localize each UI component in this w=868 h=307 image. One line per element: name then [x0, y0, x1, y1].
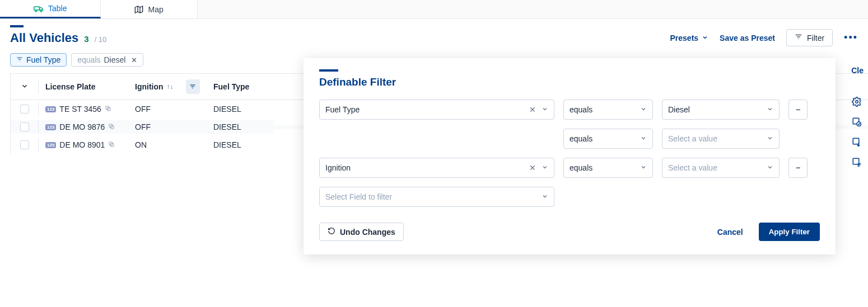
chevron-down-icon: [702, 34, 708, 42]
tab-map[interactable]: Map: [101, 0, 197, 18]
title-accent: [10, 25, 24, 27]
filter-icon: [795, 33, 802, 42]
copy-icon[interactable]: [108, 122, 115, 131]
filter-label: Filter: [807, 34, 824, 42]
filter-button[interactable]: Filter: [786, 29, 833, 46]
col-ignition-label: Ignition: [135, 82, 164, 91]
remove-row-button[interactable]: −: [788, 100, 808, 120]
close-icon[interactable]: ✕: [131, 56, 137, 64]
operator-value: equals: [570, 134, 592, 143]
cell-ignition: OFF: [128, 102, 207, 116]
operator-value: equals: [570, 105, 592, 114]
col-license[interactable]: License Plate: [39, 80, 128, 93]
cell-fuel: DIESEL: [207, 138, 274, 152]
cell-fuel: DIESEL: [207, 120, 274, 134]
chevron-down-icon: [767, 163, 773, 172]
filter-row: Ignition ✕ equals Select a value −: [319, 158, 820, 178]
undo-button[interactable]: Undo Changes: [319, 223, 404, 241]
icon-rail: [851, 96, 862, 168]
field-select[interactable]: Fuel Type ✕: [319, 100, 554, 120]
col-fuel[interactable]: Fuel Type: [207, 80, 274, 93]
minus-icon: −: [796, 105, 800, 114]
chevron-down-icon: [542, 105, 548, 114]
save-preset-label: Save as Preset: [720, 34, 775, 42]
svg-point-1: [35, 10, 37, 12]
tab-table-label: Table: [48, 4, 67, 13]
presets-dropdown[interactable]: Presets: [670, 34, 709, 42]
cell-plate: TE ST 3456: [59, 105, 101, 114]
page-title: All Vehicles: [10, 31, 78, 45]
undo-icon: [328, 227, 335, 237]
chip-equals-prefix: equals: [77, 55, 100, 64]
chevron-down-icon: [640, 105, 647, 114]
value-select[interactable]: Diesel: [662, 100, 780, 120]
panel-title: Definable Filter: [319, 76, 820, 88]
cancel-link[interactable]: Cancel: [717, 228, 743, 237]
save-filter-icon[interactable]: [851, 116, 862, 127]
presets-label: Presets: [670, 34, 699, 42]
value-placeholder: Select a value: [668, 163, 717, 172]
row-checkbox[interactable]: [20, 105, 29, 114]
gear-icon[interactable]: [851, 96, 862, 107]
save-sort-icon[interactable]: [851, 136, 862, 148]
map-icon: [134, 5, 143, 14]
operator-value: equals: [570, 163, 592, 172]
chip-equals-diesel[interactable]: equals Diesel ✕: [71, 53, 143, 67]
svg-point-2: [40, 10, 42, 12]
more-menu[interactable]: •••: [844, 32, 858, 44]
field-select[interactable]: Ignition ✕: [319, 158, 554, 178]
chevron-down-icon: [640, 163, 647, 172]
panel-accent: [319, 69, 338, 72]
field-value: Fuel Type: [325, 105, 360, 114]
cell-fuel: DIESEL: [207, 102, 274, 116]
tab-table[interactable]: Table: [0, 0, 101, 18]
apply-button[interactable]: Apply Filter: [759, 223, 820, 241]
filter-panel: Definable Filter Fuel Type ✕ equals Dies…: [304, 58, 836, 254]
value-placeholder: Select a value: [668, 134, 717, 143]
operator-select[interactable]: equals: [563, 129, 653, 149]
cell-ignition: ON: [128, 138, 207, 152]
tab-map-label: Map: [148, 5, 163, 14]
svg-rect-0: [34, 7, 40, 10]
value-select[interactable]: Select a value: [662, 129, 780, 149]
col-ignition[interactable]: Ignition ↑↓: [128, 77, 207, 96]
plate-badge-icon: 123: [45, 142, 56, 148]
clear-icon[interactable]: ✕: [529, 105, 536, 114]
dots-icon: •••: [844, 32, 858, 43]
chevron-down-icon: [767, 105, 773, 114]
field-select-new[interactable]: Select Field to filter: [319, 187, 554, 207]
filter-row: Fuel Type ✕ equals Diesel −: [319, 100, 820, 120]
svg-rect-24: [853, 138, 859, 144]
operator-select[interactable]: equals: [563, 100, 653, 120]
save-preset-link[interactable]: Save as Preset: [720, 34, 775, 42]
column-filter-icon[interactable]: [186, 79, 200, 94]
row-checkbox[interactable]: [20, 140, 29, 149]
cell-ignition: OFF: [128, 120, 207, 134]
plate-badge-icon: 123: [45, 106, 56, 112]
value-select[interactable]: Select a value: [662, 158, 780, 178]
copy-icon[interactable]: [105, 105, 111, 114]
chip-fuel-type-label: Fuel Type: [26, 55, 60, 64]
copy-icon[interactable]: [108, 140, 115, 149]
field-value: Ignition: [325, 163, 351, 172]
plate-badge-icon: 123: [45, 124, 56, 130]
result-total: / 10: [95, 35, 107, 44]
remove-row-button[interactable]: −: [788, 158, 808, 178]
undo-label: Undo Changes: [340, 228, 395, 237]
value-value: Diesel: [668, 105, 690, 114]
row-checkbox[interactable]: [20, 122, 29, 131]
save-layout-icon[interactable]: [851, 157, 862, 168]
chip-fuel-type[interactable]: Fuel Type: [10, 53, 67, 67]
clear-icon[interactable]: ✕: [529, 163, 536, 172]
chevron-down-icon: [767, 134, 773, 143]
filter-row: equals Select a value: [319, 129, 820, 149]
view-tabs: Table Map: [0, 0, 868, 19]
filter-icon: [16, 55, 23, 64]
field-placeholder: Select Field to filter: [325, 192, 392, 201]
clear-link[interactable]: Cle: [851, 66, 864, 75]
operator-select[interactable]: equals: [563, 158, 653, 178]
chevron-down-icon[interactable]: [21, 82, 29, 92]
svg-point-21: [856, 101, 858, 103]
chevron-down-icon: [542, 163, 548, 172]
result-count: 3: [84, 34, 88, 44]
